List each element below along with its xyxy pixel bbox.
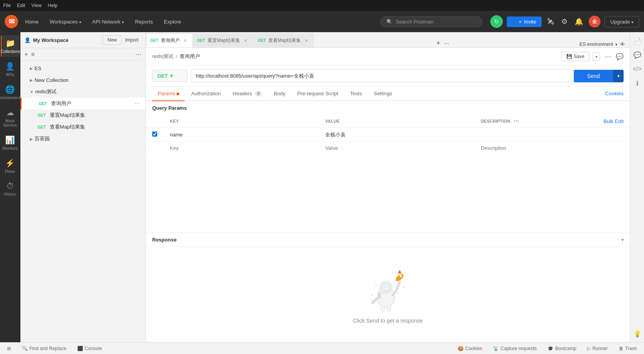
- settings-icon[interactable]: ⚙: [560, 16, 569, 27]
- param-placeholder-value-input[interactable]: [325, 145, 468, 151]
- cookies-bottom-btn[interactable]: 🍪 Cookies: [455, 345, 484, 352]
- menu-edit[interactable]: Edit: [17, 3, 25, 8]
- console-btn[interactable]: ⬛ Console: [75, 345, 104, 352]
- sidebar-item-flows[interactable]: ⚡ Flows: [1, 155, 20, 177]
- param-key-input[interactable]: [170, 132, 313, 138]
- tab-view-map[interactable]: GET 查看Map结果集 ✕: [253, 33, 314, 47]
- req-tab-body[interactable]: Body: [268, 87, 291, 101]
- sync-icon[interactable]: ↻: [490, 15, 503, 28]
- add-icon[interactable]: +: [24, 51, 28, 58]
- sidebar-item-monitors[interactable]: 📊 Monitors: [1, 132, 20, 154]
- req-tab-params[interactable]: Params: [152, 87, 185, 101]
- workspace-label: 👤 My Workspace: [24, 37, 102, 43]
- nav-explore[interactable]: Explore: [160, 16, 185, 27]
- env-eye-icon[interactable]: 👁: [620, 41, 625, 47]
- tab-query-user[interactable]: GET 查询用户 ✕: [146, 33, 193, 47]
- menu-view[interactable]: View: [31, 3, 42, 8]
- param-placeholder-key-input[interactable]: [170, 145, 313, 151]
- response-chevron-icon[interactable]: ▾: [621, 237, 624, 243]
- tab-query-user-close-icon[interactable]: ✕: [184, 38, 187, 43]
- trash-btn[interactable]: 🗑 Trash: [617, 345, 639, 352]
- baicaoyuan-chevron-icon: ▶: [30, 137, 33, 141]
- tree-item-reset-map[interactable]: GET 重置Map结果集 ⋯: [20, 109, 146, 121]
- param-value-cell[interactable]: [319, 128, 474, 142]
- bootcamp-btn[interactable]: 🎓 Bootcamp: [545, 345, 579, 352]
- right-docs-icon[interactable]: 📄: [632, 35, 643, 46]
- upgrade-button[interactable]: Upgrade: [604, 16, 639, 27]
- param-placeholder-desc-cell[interactable]: [475, 142, 630, 154]
- tab-reset-map[interactable]: GET 重置Map结果集 ✕: [193, 33, 253, 47]
- tree-item-es[interactable]: ▶ ES ⋯: [20, 62, 146, 74]
- tree-item-redis[interactable]: ▼ redis测试 ⋯: [20, 86, 146, 98]
- send-button[interactable]: Send: [574, 70, 613, 82]
- bulk-edit-button[interactable]: Bulk Edit: [604, 118, 624, 124]
- sidebar-item-collections[interactable]: 📁 Collections: [1, 35, 20, 57]
- more-options-icon[interactable]: ⋯: [135, 51, 142, 58]
- method-select[interactable]: GET ▾: [152, 70, 187, 82]
- capture-btn[interactable]: 📡 Capture requests: [491, 345, 539, 352]
- comments-icon[interactable]: 💬: [616, 53, 624, 60]
- tree-item-query-user[interactable]: GET 查询用户 ⋯: [20, 98, 146, 109]
- add-tab-icon[interactable]: +: [436, 39, 440, 47]
- right-code-icon[interactable]: </>: [632, 64, 643, 74]
- tree-item-baicaoyuan[interactable]: ▶ 百茶园 ⋯: [20, 133, 146, 145]
- req-tab-headers[interactable]: Headers 6: [227, 87, 267, 101]
- sidebar-item-apis[interactable]: 👤 APIs: [1, 58, 20, 80]
- sidebar-item-mock-servers[interactable]: ☁ Mock Servers: [1, 105, 20, 131]
- req-tab-tests[interactable]: Tests: [345, 87, 367, 101]
- bell-icon[interactable]: 🔔: [573, 16, 585, 27]
- save-button[interactable]: 💾 Save: [561, 52, 589, 61]
- param-value-input[interactable]: [325, 132, 468, 138]
- param-placeholder-value-cell[interactable]: [319, 142, 474, 154]
- tab-view-map-close-icon[interactable]: ✕: [305, 38, 308, 43]
- req-tab-authorization[interactable]: Authorization: [186, 87, 226, 101]
- layout-icon-btn[interactable]: ⊞: [5, 345, 13, 352]
- tree-item-view-map[interactable]: GET 查看Map结果集 ⋯: [20, 121, 146, 133]
- app-logo[interactable]: ✉: [5, 15, 18, 28]
- tab-more-icon[interactable]: ⋯: [444, 40, 449, 47]
- query-user-more-icon[interactable]: ⋯: [133, 100, 142, 107]
- param-desc-input[interactable]: [481, 132, 624, 138]
- import-button[interactable]: Import: [122, 36, 142, 44]
- param-row-checkbox-cell[interactable]: [146, 128, 164, 142]
- tree-item-new-collection[interactable]: ▶ New Collection ⋯: [20, 74, 146, 86]
- req-tab-pre-request[interactable]: Pre-request Script: [292, 87, 344, 101]
- collection-search-input[interactable]: [39, 52, 134, 57]
- param-row-checkbox[interactable]: [152, 131, 157, 137]
- breadcrumb-more-icon[interactable]: ⋯: [605, 53, 611, 60]
- menu-file[interactable]: File: [3, 3, 11, 8]
- save-dropdown-icon[interactable]: ▾: [593, 53, 600, 61]
- sidebar-item-environments[interactable]: 🌐 Environments: [1, 82, 20, 103]
- sort-icon[interactable]: ≡: [31, 51, 35, 58]
- cookies-link[interactable]: Cookies: [605, 91, 624, 96]
- req-tab-settings[interactable]: Settings: [368, 87, 398, 101]
- search-box[interactable]: 🔍 Search Postman: [380, 16, 482, 27]
- menu-help[interactable]: Help: [48, 3, 58, 8]
- find-replace-btn[interactable]: 🔍 Find and Replace: [20, 345, 69, 352]
- reset-map-label: 重置Map结果集: [50, 112, 85, 119]
- runner-btn[interactable]: ▷ Runner: [585, 345, 610, 352]
- right-comment-icon[interactable]: 💬: [632, 49, 643, 60]
- nav-reports[interactable]: Reports: [131, 16, 157, 27]
- nav-workspaces[interactable]: Workspaces: [46, 16, 85, 27]
- right-lightbulb-icon[interactable]: 💡: [632, 328, 643, 339]
- param-desc-cell[interactable]: [475, 128, 630, 142]
- tab-reset-map-close-icon[interactable]: ✕: [244, 38, 247, 43]
- right-info-icon[interactable]: ℹ: [632, 78, 643, 89]
- param-key-cell[interactable]: [164, 128, 319, 142]
- icon-sidebar: 📁 Collections 👤 APIs 🌐 Environments ☁ Mo…: [0, 32, 20, 342]
- nav-home[interactable]: Home: [21, 16, 43, 27]
- satellite-icon[interactable]: 🛰: [546, 16, 556, 27]
- invite-button[interactable]: 👤+ Invite: [507, 16, 542, 27]
- env-selector[interactable]: ES environment 👁: [575, 41, 630, 47]
- avatar[interactable]: 全: [589, 16, 600, 27]
- col-more-icon[interactable]: ⋯: [513, 118, 519, 124]
- sidebar-item-history[interactable]: ⏱ History: [1, 178, 20, 200]
- send-dropdown-button[interactable]: ▾: [613, 70, 624, 82]
- param-placeholder-desc-input[interactable]: [481, 145, 624, 151]
- new-button[interactable]: New: [102, 35, 122, 45]
- param-placeholder-key-cell[interactable]: [164, 142, 319, 154]
- url-input[interactable]: [191, 69, 571, 82]
- flows-icon: ⚡: [5, 158, 15, 168]
- nav-api-network[interactable]: API Network: [88, 16, 128, 27]
